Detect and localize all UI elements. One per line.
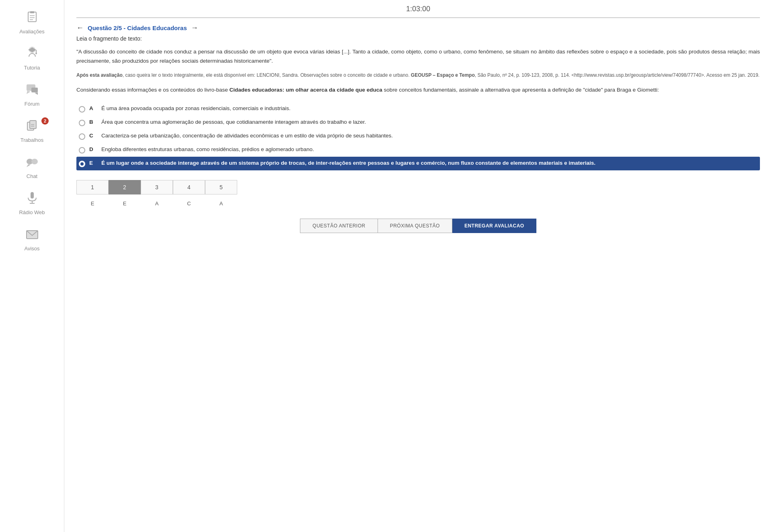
sidebar-item-avisos[interactable]: Avisos (0, 221, 64, 257)
qnum-2[interactable]: 2 (109, 180, 141, 194)
svg-marker-6 (28, 47, 36, 52)
trabajos-badge: 2 (41, 117, 49, 125)
answer-2: E (109, 198, 141, 209)
sidebar-item-label: Rádio Web (19, 209, 45, 215)
prev-arrow-button[interactable]: ← (76, 24, 84, 32)
sidebar-item-label: Trabalhos (21, 137, 43, 143)
mic-icon (25, 190, 39, 208)
answer-3: A (141, 198, 173, 209)
radio-a (79, 106, 85, 113)
svg-rect-0 (28, 12, 36, 22)
sidebar-item-label: Avisos (24, 246, 39, 252)
svg-rect-17 (31, 192, 34, 198)
timer-display: 1:03:00 (76, 0, 760, 18)
reference-block: Após esta avaliação, caso queira ler o t… (76, 72, 760, 79)
option-d[interactable]: D Engloba diferentes estruturas urbanas,… (76, 143, 760, 157)
option-e-letter: E (89, 160, 97, 166)
question-number-nav: 1 2 3 4 5 E E A C A (76, 180, 760, 209)
prev-question-button[interactable]: QUESTÃO ANTERIOR (300, 219, 377, 233)
option-e[interactable]: E É um lugar onde a sociedade interage a… (76, 157, 760, 170)
qnum-4[interactable]: 4 (173, 180, 205, 194)
graduation-icon (25, 46, 39, 63)
answer-4: C (173, 198, 205, 209)
option-c[interactable]: C Caracteriza-se pela urbanização, conce… (76, 129, 760, 143)
sidebar-item-forum[interactable]: Fórum (0, 76, 64, 113)
sidebar-item-avaliacoes[interactable]: Avaliações (0, 4, 64, 40)
answer-5: A (205, 198, 237, 209)
question-navigation: ← Questão 2/5 - Cidades Educadoras → (76, 24, 760, 32)
submit-button[interactable]: ENTREGAR AVALIACAO (452, 219, 536, 233)
radio-e (79, 161, 85, 167)
question-text-block: "A discussão do conceito de cidade nos c… (76, 47, 760, 66)
svg-point-16 (31, 159, 38, 164)
sidebar-item-label: Avaliações (19, 29, 45, 35)
sidebar-item-radio[interactable]: Rádio Web (0, 185, 64, 221)
question-answers-row: E E A C A (76, 198, 237, 209)
papers-icon (25, 118, 39, 135)
option-c-text: Caracteriza-se pela urbanização, concent… (101, 133, 393, 139)
option-a[interactable]: A É uma área povoada ocupada por zonas r… (76, 102, 760, 116)
option-e-text: É um lugar onde a sociedade interage atr… (101, 160, 595, 166)
radio-c (79, 133, 85, 140)
question-title: Questão 2/5 - Cidades Educadoras (88, 25, 187, 31)
option-a-text: É uma área povoada ocupada por zonas res… (101, 105, 291, 111)
mail-icon (25, 227, 39, 244)
clipboard-icon (25, 10, 39, 27)
sidebar-item-chat[interactable]: Chat (0, 149, 64, 185)
option-b-text: Área que concentra uma aglomeração de pe… (101, 119, 366, 125)
option-a-letter: A (89, 105, 97, 111)
options-list: A É uma área povoada ocupada por zonas r… (76, 102, 760, 170)
sidebar-item-tutoria[interactable]: Tutoria (0, 40, 64, 76)
svg-rect-1 (30, 11, 34, 13)
radio-b (79, 120, 85, 126)
qnum-5[interactable]: 5 (205, 180, 237, 194)
option-c-letter: C (89, 133, 97, 139)
chat-icon (25, 154, 39, 172)
option-d-letter: D (89, 146, 97, 152)
svg-rect-10 (31, 88, 38, 92)
option-b[interactable]: B Área que concentra uma aglomeração de … (76, 116, 760, 129)
action-buttons: QUESTÃO ANTERIOR PRÓXIMA QUESTÃO ENTREGA… (76, 219, 760, 233)
question-instruction: Leia o fragmento de texto: (76, 35, 760, 42)
sidebar-item-trabalhos[interactable]: 2 Trabalhos (0, 113, 64, 149)
question-text: "A discussão do conceito de cidade nos c… (76, 47, 760, 66)
option-b-letter: B (89, 119, 97, 125)
sidebar: Avaliações Tutoria Fórum (0, 0, 64, 532)
next-arrow-button[interactable]: → (191, 24, 198, 32)
qnum-3[interactable]: 3 (141, 180, 173, 194)
speech-icon (25, 82, 39, 99)
option-d-text: Engloba diferentes estruturas urbanas, c… (101, 146, 314, 152)
main-content: 1:03:00 ← Questão 2/5 - Cidades Educador… (64, 0, 772, 532)
qnum-1[interactable]: 1 (76, 180, 109, 194)
question-prompt: Considerando essas informações e os cont… (76, 86, 760, 95)
next-question-button[interactable]: PRÓXIMA QUESTÃO (378, 219, 452, 233)
answer-1: E (76, 198, 109, 209)
sidebar-item-label: Tutoria (24, 65, 40, 71)
radio-d (79, 147, 85, 153)
sidebar-item-label: Chat (27, 173, 37, 179)
question-numbers-row: 1 2 3 4 5 (76, 180, 237, 194)
sidebar-item-label: Fórum (25, 101, 40, 107)
svg-point-8 (35, 53, 37, 54)
